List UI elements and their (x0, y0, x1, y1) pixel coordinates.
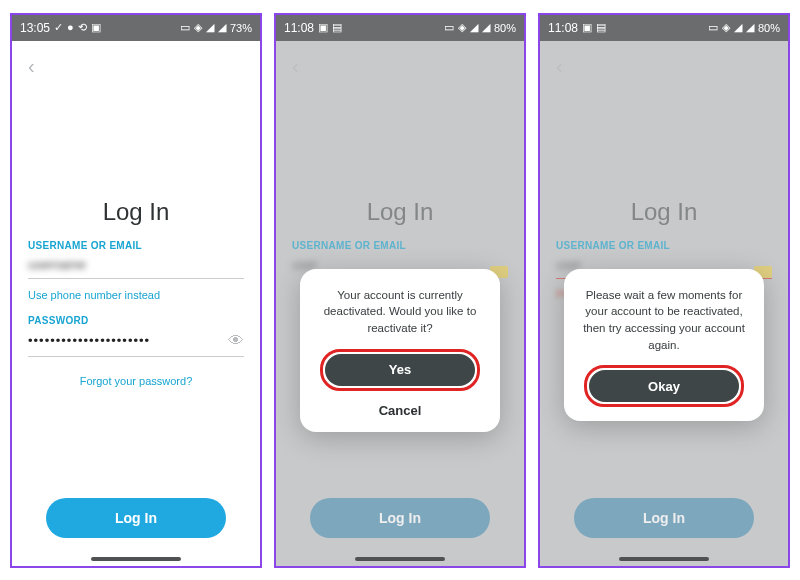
wifi-icon: ◈ (194, 22, 202, 33)
username-label: USERNAME OR EMAIL (292, 240, 508, 251)
home-indicator (619, 557, 709, 561)
screenshot-3: 11:08 ▣ ▤ ▭ ◈ ◢ ◢ 80% ‹ Log In USERNAME … (538, 13, 790, 568)
home-indicator (91, 557, 181, 561)
screenshot-2: 11:08 ▣ ▤ ▭ ◈ ◢ ◢ 80% ‹ Log In USERNAME … (274, 13, 526, 568)
sync-icon: ⟲ (78, 22, 87, 33)
app-icon: ▣ (582, 22, 592, 33)
back-button: ‹ (292, 51, 508, 78)
status-time: 11:08 (548, 21, 578, 35)
username-input[interactable]: username (28, 253, 244, 279)
battery-percent: 80% (494, 22, 516, 34)
page-title: Log In (292, 198, 508, 226)
wifi-icon: ◈ (722, 22, 730, 33)
forgot-password-link[interactable]: Forgot your password? (28, 375, 244, 387)
status-bar: 13:05 ✓ ● ⟲ ▣ ▭ ◈ ◢ ◢ 73% (12, 15, 260, 41)
back-button[interactable]: ‹ (28, 51, 244, 78)
signal-icon: ◢ (206, 22, 214, 33)
card-icon: ▭ (708, 22, 718, 33)
home-indicator (355, 557, 445, 561)
mic-icon: ● (67, 22, 74, 33)
wait-dialog: Please wait a few moments for your accou… (564, 269, 764, 422)
reactivate-dialog: Your account is currently deactivated. W… (300, 269, 500, 432)
status-bar: 11:08 ▣ ▤ ▭ ◈ ◢ ◢ 80% (540, 15, 788, 41)
password-input[interactable]: •••••••••••••••••••••• 👁 (28, 328, 244, 357)
signal-icon: ◢ (746, 22, 754, 33)
battery-percent: 73% (230, 22, 252, 34)
app-icon: ▣ (91, 22, 101, 33)
wifi-icon: ◈ (458, 22, 466, 33)
page-title: Log In (556, 198, 772, 226)
status-time: 13:05 (20, 21, 50, 35)
username-label: USERNAME OR EMAIL (556, 240, 772, 251)
username-label: USERNAME OR EMAIL (28, 240, 244, 251)
status-bar: 11:08 ▣ ▤ ▭ ◈ ◢ ◢ 80% (276, 15, 524, 41)
highlight-box: Okay (584, 365, 744, 407)
img-icon: ▤ (332, 22, 342, 33)
img-icon: ▤ (596, 22, 606, 33)
password-value: •••••••••••••••••••••• (28, 333, 150, 348)
username-value: username (28, 257, 86, 272)
okay-button[interactable]: Okay (589, 370, 739, 402)
dialog-message: Please wait a few moments for your accou… (578, 287, 750, 354)
password-label: PASSWORD (28, 315, 244, 326)
status-icon: ✓ (54, 22, 63, 33)
battery-percent: 80% (758, 22, 780, 34)
screenshot-1: 13:05 ✓ ● ⟲ ▣ ▭ ◈ ◢ ◢ 73% ‹ Log In USERN… (10, 13, 262, 568)
card-icon: ▭ (180, 22, 190, 33)
login-button: Log In (574, 498, 754, 538)
yes-button[interactable]: Yes (325, 354, 475, 386)
login-button[interactable]: Log In (46, 498, 226, 538)
highlight-box: Yes (320, 349, 480, 391)
signal-icon: ◢ (734, 22, 742, 33)
card-icon: ▭ (444, 22, 454, 33)
page-title: Log In (28, 198, 244, 226)
dialog-message: Your account is currently deactivated. W… (314, 287, 486, 337)
signal-icon: ◢ (482, 22, 490, 33)
eye-icon[interactable]: 👁 (228, 332, 244, 350)
signal-icon: ◢ (218, 22, 226, 33)
cancel-button[interactable]: Cancel (314, 403, 486, 418)
back-button: ‹ (556, 51, 772, 78)
status-time: 11:08 (284, 21, 314, 35)
phone-link[interactable]: Use phone number instead (28, 289, 244, 301)
login-button: Log In (310, 498, 490, 538)
app-icon: ▣ (318, 22, 328, 33)
signal-icon: ◢ (470, 22, 478, 33)
